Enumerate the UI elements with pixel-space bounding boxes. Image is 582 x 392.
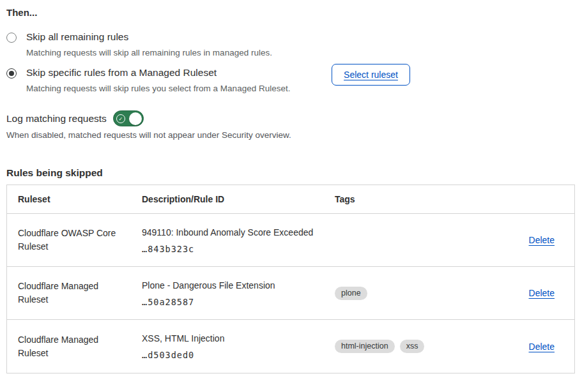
table-header-row: Ruleset Description/Rule ID Tags: [7, 185, 574, 214]
toggle-knob[interactable]: [129, 112, 142, 125]
option-skip-specific-rules[interactable]: Skip specific rules from a Managed Rules…: [6, 66, 290, 94]
table-row: Cloudflare Managed Ruleset Plone - Dange…: [7, 267, 574, 320]
rule-description: XSS, HTML Injection: [142, 333, 335, 344]
column-header-ruleset: Ruleset: [18, 194, 142, 204]
column-header-description: Description/Rule ID: [142, 194, 335, 204]
description-cell: XSS, HTML Injection …d503ded0: [142, 333, 335, 360]
option-description: Matching requests will skip all remainin…: [26, 47, 272, 58]
description-cell: Plone - Dangerous File Extension …50a285…: [142, 280, 335, 307]
rule-description: Plone - Dangerous File Extension: [142, 280, 335, 291]
then-heading: Then...: [6, 7, 37, 18]
rule-id: …50a28587: [142, 297, 335, 307]
ruleset-cell: Cloudflare Managed Ruleset: [18, 333, 123, 360]
log-matching-requests-row: Log matching requests ✓: [6, 110, 144, 126]
check-icon: ✓: [116, 114, 125, 123]
tag-badge: html-injection: [335, 340, 395, 353]
tag-badge: xss: [400, 340, 425, 353]
actions-cell: Delete: [529, 342, 555, 352]
log-toggle-description: When disabled, matched requests will not…: [6, 130, 291, 140]
tags-cell: plone: [335, 287, 497, 300]
select-ruleset-button-label: Select ruleset: [344, 70, 398, 80]
radio-unselected-icon[interactable]: [6, 33, 17, 43]
table-row: Cloudflare Managed Ruleset XSS, HTML Inj…: [7, 320, 574, 373]
log-toggle-switch[interactable]: ✓: [113, 110, 144, 126]
log-toggle-label: Log matching requests: [6, 113, 107, 124]
option-label[interactable]: Skip specific rules from a Managed Rules…: [26, 66, 290, 79]
option-label[interactable]: Skip all remaining rules: [26, 31, 272, 43]
tag-badge: plone: [335, 287, 367, 300]
select-ruleset-button[interactable]: Select ruleset: [332, 64, 410, 86]
tags-cell: html-injection xss: [335, 340, 497, 353]
rule-id: …843b323c: [142, 244, 335, 254]
radio-selected-icon[interactable]: [6, 68, 17, 79]
actions-cell: Delete: [529, 288, 555, 298]
ruleset-cell: Cloudflare OWASP Core Ruleset: [18, 227, 123, 253]
rules-table: Ruleset Description/Rule ID Tags Cloudfl…: [6, 185, 575, 373]
delete-link[interactable]: Delete: [529, 235, 555, 245]
description-cell: 949110: Inbound Anomaly Score Exceeded ……: [142, 227, 335, 254]
delete-link[interactable]: Delete: [529, 342, 555, 352]
option-description: Matching requests will skip rules you se…: [26, 83, 290, 94]
ruleset-cell: Cloudflare Managed Ruleset: [18, 280, 123, 306]
delete-link[interactable]: Delete: [529, 288, 555, 298]
rules-being-skipped-heading: Rules being skipped: [6, 167, 103, 179]
option-skip-all-rules[interactable]: Skip all remaining rules Matching reques…: [6, 31, 272, 58]
column-header-tags: Tags: [335, 194, 497, 204]
rule-id: …d503ded0: [142, 350, 335, 360]
actions-cell: Delete: [529, 235, 555, 245]
rule-description: 949110: Inbound Anomaly Score Exceeded: [142, 227, 335, 238]
table-row: Cloudflare OWASP Core Ruleset 949110: In…: [7, 214, 574, 267]
